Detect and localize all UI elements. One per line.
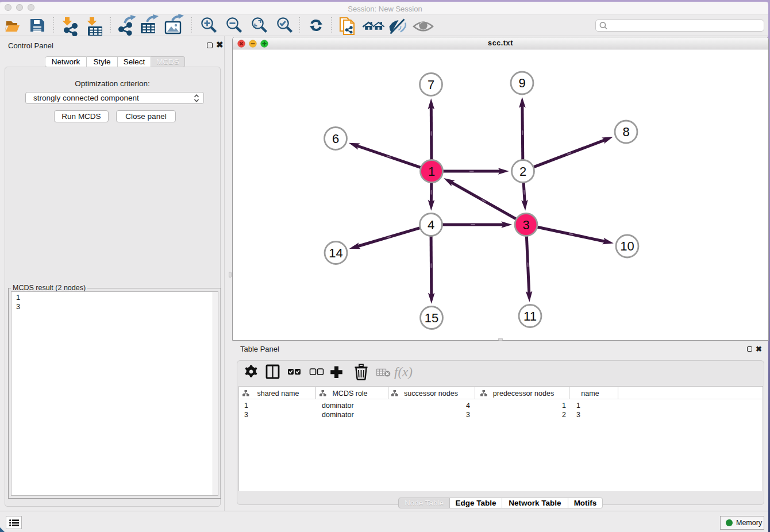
svg-text:successor nodes: successor nodes bbox=[404, 390, 458, 398]
svg-text:9: 9 bbox=[518, 76, 525, 90]
svg-text:11: 11 bbox=[523, 309, 537, 323]
svg-text:1: 1 bbox=[562, 402, 566, 410]
svg-text:dominator: dominator bbox=[322, 402, 354, 410]
svg-text:4: 4 bbox=[466, 402, 470, 410]
svg-text:14: 14 bbox=[329, 246, 342, 260]
svg-text:2: 2 bbox=[562, 411, 566, 419]
svg-text:3: 3 bbox=[522, 218, 529, 232]
svg-text:15: 15 bbox=[425, 311, 438, 325]
svg-text:3: 3 bbox=[244, 411, 248, 419]
svg-text:3: 3 bbox=[466, 411, 470, 419]
svg-text:7: 7 bbox=[428, 78, 434, 92]
svg-text:1: 1 bbox=[244, 402, 248, 410]
svg-text:1: 1 bbox=[576, 402, 580, 410]
svg-text:MCDS role: MCDS role bbox=[332, 390, 367, 398]
svg-text:10: 10 bbox=[620, 239, 634, 253]
svg-text:1: 1 bbox=[428, 164, 435, 179]
svg-text:6: 6 bbox=[332, 132, 339, 146]
svg-text:shared name: shared name bbox=[257, 390, 299, 398]
svg-text:8: 8 bbox=[622, 125, 629, 139]
svg-text:f(x): f(x) bbox=[394, 365, 413, 379]
svg-text:dominator: dominator bbox=[322, 411, 354, 419]
svg-text:predecessor nodes: predecessor nodes bbox=[493, 390, 554, 398]
svg-text:4: 4 bbox=[428, 218, 434, 232]
svg-text:name: name bbox=[581, 390, 599, 398]
svg-text:2: 2 bbox=[519, 164, 526, 179]
svg-text:3: 3 bbox=[576, 411, 580, 419]
